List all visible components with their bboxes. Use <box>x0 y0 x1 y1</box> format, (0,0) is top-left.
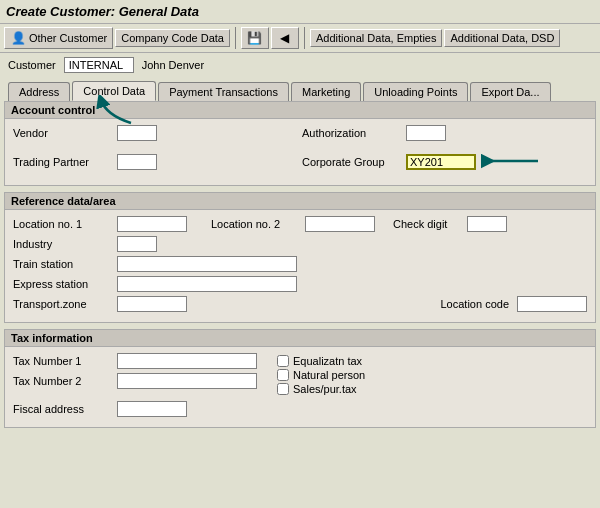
tax-number-2-label: Tax Number 2 <box>13 375 113 387</box>
tax-checkboxes-col: Equalizatn tax Natural person Sales/pur.… <box>277 355 365 397</box>
location-code-label: Location code <box>433 298 513 310</box>
tax-number-1-label: Tax Number 1 <box>13 355 113 367</box>
location-row: Location no. 1 Location no. 2 Check digi… <box>13 216 587 232</box>
customer-name: John Denver <box>142 59 204 71</box>
authorization-input[interactable] <box>406 125 446 141</box>
location-no-2-input[interactable] <box>305 216 375 232</box>
other-customer-button[interactable]: 👤 Other Customer <box>4 27 113 49</box>
corporate-group-input[interactable] <box>406 154 476 170</box>
tax-information-section: Tax information Tax Number 1 Tax Number … <box>4 329 596 428</box>
reference-data-title: Reference data/area <box>5 193 595 210</box>
trading-partner-row: Trading Partner <box>13 149 298 175</box>
corporate-group-row: Corporate Group <box>302 149 587 175</box>
save-icon: 💾 <box>247 30 263 46</box>
vendor-row: Vendor <box>13 125 298 141</box>
tab-marketing[interactable]: Marketing <box>291 82 361 101</box>
page-title: Create Customer: General Data <box>0 0 600 24</box>
trading-partner-input[interactable] <box>117 154 157 170</box>
industry-label: Industry <box>13 238 113 250</box>
tab-control-data[interactable]: Control Data <box>72 81 156 101</box>
back-button[interactable]: ◀ <box>271 27 299 49</box>
main-content: Account control Vendor Authorization Tra… <box>0 101 600 508</box>
vendor-input[interactable] <box>117 125 157 141</box>
train-station-row: Train station <box>13 256 587 272</box>
other-customer-icon: 👤 <box>10 30 26 46</box>
location-no-2-label: Location no. 2 <box>211 218 301 230</box>
express-station-input[interactable] <box>117 276 297 292</box>
industry-row: Industry <box>13 236 587 252</box>
customer-info-row: Customer INTERNAL John Denver <box>0 53 600 77</box>
trading-partner-label: Trading Partner <box>13 156 113 168</box>
fiscal-address-row: Fiscal address <box>13 401 587 417</box>
fiscal-address-label: Fiscal address <box>13 403 113 415</box>
reference-data-section: Reference data/area Location no. 1 Locat… <box>4 192 596 323</box>
authorization-label: Authorization <box>302 127 402 139</box>
transport-zone-label: Transport.zone <box>13 298 113 310</box>
additional-data-dsd-button[interactable]: Additional Data, DSD <box>444 29 560 47</box>
check-digit-label: Check digit <box>393 218 463 230</box>
customer-label: Customer <box>8 59 56 71</box>
tax-number-1-input[interactable] <box>117 353 257 369</box>
customer-id-field: INTERNAL <box>64 57 134 73</box>
save-button[interactable]: 💾 <box>241 27 269 49</box>
location-code-input[interactable] <box>517 296 587 312</box>
natural-person-checkbox[interactable] <box>277 369 289 381</box>
company-code-button[interactable]: Company Code Data <box>115 29 230 47</box>
sales-pur-tax-row: Sales/pur.tax <box>277 383 365 395</box>
authorization-row: Authorization <box>302 125 587 141</box>
tax-information-title: Tax information <box>5 330 595 347</box>
express-station-label: Express station <box>13 278 113 290</box>
tab-address[interactable]: Address <box>8 82 70 101</box>
natural-person-label: Natural person <box>293 369 365 381</box>
tax-numbers-col: Tax Number 1 Tax Number 2 <box>13 353 257 397</box>
tab-payment-transactions[interactable]: Payment Transactions <box>158 82 289 101</box>
corporate-group-label: Corporate Group <box>302 156 402 168</box>
train-station-label: Train station <box>13 258 113 270</box>
transport-zone-input[interactable] <box>117 296 187 312</box>
account-control-section: Account control Vendor Authorization Tra… <box>4 101 596 186</box>
sales-pur-tax-label: Sales/pur.tax <box>293 383 357 395</box>
tab-unloading-points[interactable]: Unloading Points <box>363 82 468 101</box>
tabs-container: Address Control Data Payment Transaction… <box>0 77 600 101</box>
tab-export-data[interactable]: Export Da... <box>470 82 550 101</box>
location-no-1-label: Location no. 1 <box>13 218 113 230</box>
natural-person-row: Natural person <box>277 369 365 381</box>
back-icon: ◀ <box>277 30 293 46</box>
industry-input[interactable] <box>117 236 157 252</box>
equalization-tax-label: Equalizatn tax <box>293 355 362 367</box>
fiscal-address-input[interactable] <box>117 401 187 417</box>
account-control-title: Account control <box>5 102 595 119</box>
tax-number-2-input[interactable] <box>117 373 257 389</box>
sales-pur-tax-checkbox[interactable] <box>277 383 289 395</box>
train-station-input[interactable] <box>117 256 297 272</box>
toolbar-separator-2 <box>304 27 305 49</box>
toolbar-separator <box>235 27 236 49</box>
additional-data-empties-button[interactable]: Additional Data, Empties <box>310 29 442 47</box>
tax-number-1-row: Tax Number 1 <box>13 353 257 369</box>
tax-number-2-row: Tax Number 2 <box>13 373 257 389</box>
check-digit-input[interactable] <box>467 216 507 232</box>
toolbar: 👤 Other Customer Company Code Data 💾 ◀ A… <box>0 24 600 53</box>
vendor-label: Vendor <box>13 127 113 139</box>
corporate-group-arrow <box>480 149 540 175</box>
equalization-tax-checkbox[interactable] <box>277 355 289 367</box>
express-station-row: Express station <box>13 276 587 292</box>
transport-zone-row: Transport.zone Location code <box>13 296 587 312</box>
equalization-tax-row: Equalizatn tax <box>277 355 365 367</box>
location-no-1-input[interactable] <box>117 216 187 232</box>
